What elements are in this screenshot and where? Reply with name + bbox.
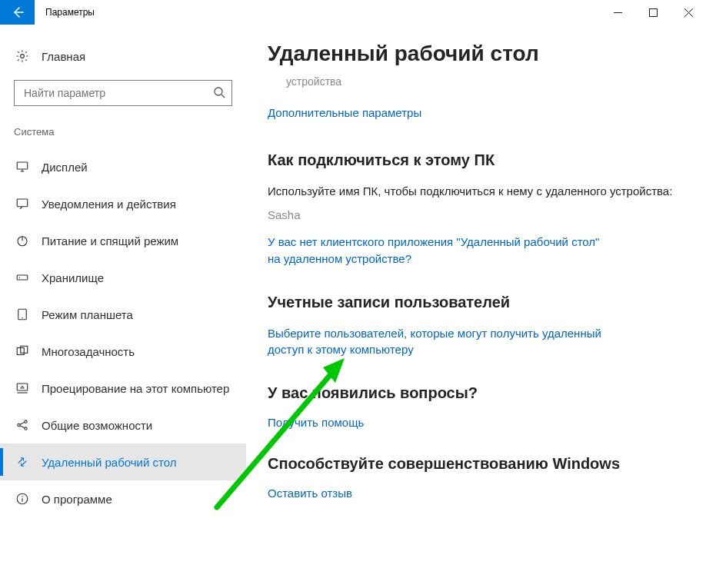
back-button[interactable]: [0, 0, 35, 25]
window-title: Параметры: [35, 7, 95, 18]
sidebar-item-label: Удаленный рабочий стол: [31, 456, 176, 469]
info-icon: [14, 492, 31, 506]
sidebar-item-notifications[interactable]: Уведомления и действия: [0, 185, 246, 222]
minimize-button[interactable]: [600, 0, 635, 25]
sidebar-item-label: Режим планшета: [31, 308, 133, 321]
search-input[interactable]: [22, 81, 213, 105]
sidebar-item-remote[interactable]: Удаленный рабочий стол: [0, 443, 246, 480]
connect-heading: Как подключиться к этому ПК: [268, 151, 683, 169]
svg-point-17: [22, 496, 23, 497]
help-section: У вас появились вопросы? Получить помощь: [268, 384, 683, 429]
connect-text: Используйте имя ПК, чтобы подключиться к…: [268, 183, 683, 199]
feedback-link[interactable]: Оставить отзыв: [268, 487, 352, 500]
sidebar-item-label: Дисплей: [31, 161, 88, 174]
sidebar-item-label: Многозадачность: [31, 345, 135, 358]
users-heading: Учетные записи пользователей: [268, 294, 683, 311]
maximize-icon: [649, 8, 658, 17]
search-input-wrapper[interactable]: [14, 80, 232, 106]
sidebar-item-label: О программе: [31, 493, 112, 506]
sidebar-item-label: Проецирование на этот компьютер: [31, 382, 229, 395]
page-title: Удаленный рабочий стол: [268, 42, 683, 66]
sidebar-item-tablet[interactable]: Режим планшета: [0, 296, 246, 333]
sidebar-item-label: Хранилище: [31, 271, 104, 284]
sidebar: Главная Система Дисплей Уведо: [0, 25, 246, 588]
body: Главная Система Дисплей Уведо: [0, 25, 706, 588]
sidebar-item-shared[interactable]: Общие возможности: [0, 407, 246, 443]
advanced-section: Дополнительные параметры: [268, 106, 683, 119]
svg-rect-4: [17, 199, 28, 207]
power-icon: [14, 234, 31, 247]
svg-rect-6: [17, 275, 28, 280]
help-heading: У вас появились вопросы?: [268, 384, 683, 402]
projecting-icon: [14, 381, 31, 395]
sidebar-item-label: Питание и спящий режим: [31, 234, 178, 247]
svg-point-1: [21, 55, 25, 58]
feedback-section: Способствуйте совершенствованию Windows …: [268, 455, 683, 500]
svg-point-15: [25, 427, 27, 430]
minimize-icon: [614, 8, 622, 17]
gear-icon: [14, 49, 31, 63]
storage-icon: [14, 271, 31, 284]
tablet-icon: [14, 307, 31, 321]
sidebar-item-power[interactable]: Питание и спящий режим: [0, 222, 246, 259]
feedback-heading: Способствуйте совершенствованию Windows: [268, 455, 683, 473]
get-help-link[interactable]: Получить помощь: [268, 416, 364, 429]
remote-desktop-icon: [14, 455, 31, 469]
svg-point-14: [25, 420, 27, 423]
close-icon: [684, 8, 693, 17]
select-users-link[interactable]: Выберите пользователей, которые могут по…: [268, 325, 606, 359]
display-icon: [14, 160, 31, 174]
pc-name: Sasha: [268, 208, 683, 221]
svg-point-7: [19, 277, 21, 278]
notifications-icon: [14, 197, 31, 211]
shared-icon: [14, 418, 31, 432]
svg-rect-3: [17, 162, 28, 169]
sidebar-home-label: Главная: [31, 50, 85, 63]
no-client-link[interactable]: У вас нет клиентского приложения "Удален…: [268, 234, 606, 267]
title-bar: Параметры: [0, 0, 706, 25]
sidebar-item-label: Общие возможности: [31, 419, 152, 432]
sidebar-item-display[interactable]: Дисплей: [0, 148, 246, 185]
sidebar-item-storage[interactable]: Хранилище: [0, 259, 246, 296]
sidebar-item-multitask[interactable]: Многозадачность: [0, 333, 246, 370]
settings-window: Параметры Главная: [0, 0, 706, 588]
search-icon: [213, 86, 225, 101]
maximize-button[interactable]: [635, 0, 671, 25]
sidebar-group-label: Система: [14, 126, 232, 138]
content: Удаленный рабочий стол устройства Дополн…: [246, 25, 706, 588]
close-button[interactable]: [671, 0, 706, 25]
multitask-icon: [14, 344, 31, 358]
connect-section: Как подключиться к этому ПК Используйте …: [268, 151, 683, 267]
advanced-settings-link[interactable]: Дополнительные параметры: [268, 106, 421, 119]
arrow-left-icon: [12, 6, 24, 18]
sidebar-item-projecting[interactable]: Проецирование на этот компьютер: [0, 370, 246, 407]
devices-label: устройства: [268, 75, 683, 88]
svg-rect-0: [649, 8, 657, 16]
svg-point-9: [22, 317, 23, 319]
svg-point-13: [18, 424, 20, 426]
sidebar-item-label: Уведомления и действия: [31, 198, 176, 211]
sidebar-item-about[interactable]: О программе: [0, 480, 246, 517]
users-section: Учетные записи пользователей Выберите по…: [268, 294, 683, 359]
sidebar-item-home[interactable]: Главная: [14, 42, 232, 71]
svg-point-2: [215, 88, 222, 95]
window-controls: [600, 0, 706, 25]
svg-rect-12: [17, 384, 28, 390]
